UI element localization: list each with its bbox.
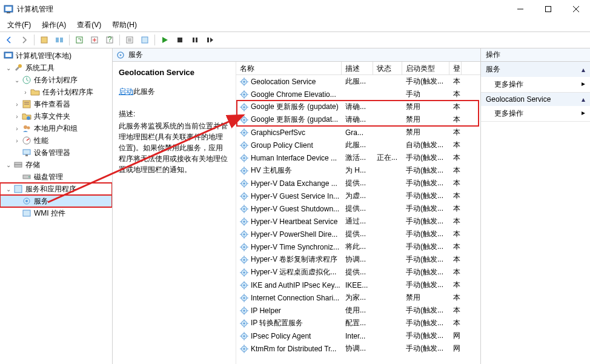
svg-point-47 [244, 81, 245, 82]
list-header: 名称 描述 状态 启动类型 登 [236, 62, 480, 75]
titlebar: 计算机管理 [0, 0, 590, 18]
menu-view[interactable]: 查看(V) [72, 19, 106, 31]
service-row[interactable]: IP 转换配置服务配置...手动(触发...本 [236, 317, 480, 329]
service-name: IP Helper [251, 306, 281, 315]
service-row[interactable]: HV 主机服务为 H...手动(触发...本 [236, 164, 480, 177]
tb-help-button[interactable]: ? [103, 33, 116, 47]
action-section-selected[interactable]: Geolocation Service ▴ [481, 93, 590, 106]
svg-rect-37 [15, 165, 22, 167]
service-name: Google 更新服务 (gupdat... [251, 114, 338, 125]
performance-icon [22, 136, 31, 145]
service-row[interactable]: Hyper-V Time Synchroniz...将此...手动(触发...本 [236, 240, 480, 253]
col-startup[interactable]: 启动类型 [402, 62, 449, 74]
service-row[interactable]: Human Interface Device ...激活...正在...手动(触… [236, 151, 480, 164]
service-row[interactable]: Hyper-V PowerShell Dire...提供...手动(触发...本 [236, 228, 480, 240]
tb-export-button[interactable] [88, 33, 101, 47]
service-row[interactable]: Internet Connection Shari...为家...禁用本 [236, 291, 480, 304]
service-name: Hyper-V Heartbeat Service [251, 217, 337, 226]
service-startup: 手动(触发... [402, 254, 449, 265]
tree-event-viewer[interactable]: › 事件查看器 [0, 98, 112, 110]
tree-sys-tools[interactable]: ⌄ 系统工具 [0, 62, 112, 74]
service-row[interactable]: Google Chrome Elevatio...手动本 [236, 88, 480, 101]
tree-wmi[interactable]: WMI 控件 [0, 207, 112, 219]
service-startup: 自动(触发... [402, 140, 449, 150]
service-name: Human Interface Device ... [251, 154, 337, 162]
tree-storage[interactable]: ⌄ 存储 [0, 159, 112, 171]
expand-icon[interactable]: ⌄ [13, 77, 21, 84]
tree-performance[interactable]: › 性能 [0, 134, 112, 147]
service-row[interactable]: Hyper-V Data Exchange ...提供...手动(触发...本 [236, 177, 480, 190]
tb-refresh-button[interactable] [73, 33, 86, 47]
close-button[interactable] [562, 0, 590, 18]
action-section-services[interactable]: 服务 ▴ [481, 62, 590, 77]
expand-icon[interactable]: › [13, 101, 21, 108]
start-link[interactable]: 启动 [119, 87, 133, 96]
service-row[interactable]: Hyper-V Heartbeat Service通过...手动(触发...本 [236, 215, 480, 228]
tb-icon-1[interactable] [38, 33, 51, 47]
action-more-2[interactable]: 更多操作 ▸ [481, 106, 590, 121]
service-row[interactable]: Hyper-V 卷影复制请求程序协调...手动(触发...本 [236, 253, 480, 266]
expand-icon[interactable]: › [13, 113, 21, 120]
service-startup: 手动(触发... [402, 165, 449, 176]
action-more-1[interactable]: 更多操作 ▸ [481, 77, 590, 92]
menu-action[interactable]: 操作(A) [37, 19, 71, 31]
tree-device-manager[interactable]: 设备管理器 [0, 147, 112, 159]
service-row[interactable]: Geolocation Service此服...手动(触发...本 [236, 75, 480, 88]
tree-disk-management[interactable]: 磁盘管理 [0, 171, 112, 183]
minimize-button[interactable] [506, 0, 534, 18]
expand-icon[interactable]: ⌄ [5, 186, 12, 193]
expand-icon[interactable]: ⌄ [5, 65, 12, 71]
tree-services[interactable]: 服务 [0, 195, 112, 207]
service-desc: 通过... [342, 216, 373, 227]
service-row[interactable]: IKE and AuthIP IPsec Key...IKEE...手动(触发.… [236, 279, 480, 291]
tb-icon-2[interactable] [53, 33, 66, 47]
tree-root[interactable]: 计算机管理(本地) [0, 50, 112, 62]
stop-service-button[interactable] [173, 33, 187, 47]
expand-icon[interactable]: › [13, 137, 21, 144]
restart-service-button[interactable] [204, 33, 217, 47]
pause-service-button[interactable] [188, 33, 202, 47]
service-row[interactable]: Hyper-V 远程桌面虚拟化...提供...手动(触发...本 [236, 266, 480, 279]
service-row[interactable]: Group Policy Client此服...自动(触发...本 [236, 139, 480, 151]
forward-button[interactable] [18, 33, 31, 47]
svg-point-107 [244, 208, 245, 210]
services-apps-icon [13, 184, 23, 194]
service-row[interactable]: IPsec Policy AgentInter...手动(触发...网 [236, 329, 480, 342]
col-logon[interactable]: 登 [449, 62, 462, 74]
tb-properties-button[interactable] [123, 33, 136, 47]
service-row[interactable]: IP Helper使用...手动(触发...本 [236, 304, 480, 317]
back-button[interactable] [2, 33, 16, 47]
expand-icon[interactable]: › [13, 125, 21, 132]
service-row[interactable]: KtmRm for Distributed Tr...协调...手动(触发...… [236, 342, 480, 355]
start-service-button[interactable] [158, 33, 171, 47]
tb-icon-3[interactable] [138, 33, 151, 47]
service-desc: 提供... [342, 204, 373, 214]
tree-task-library[interactable]: › 任务计划程序库 [0, 86, 112, 98]
menu-help[interactable]: 帮助(H) [107, 19, 142, 31]
selected-service-name: Geolocation Service [119, 68, 230, 77]
maximize-button[interactable] [534, 0, 562, 18]
service-startup: 禁用 [402, 127, 449, 137]
col-status[interactable]: 状态 [373, 62, 402, 74]
tree-services-apps[interactable]: ⌄ 服务和应用程序 [0, 183, 112, 195]
service-name: Geolocation Service [251, 78, 316, 86]
col-desc[interactable]: 描述 [342, 62, 373, 74]
tree-shared-folders[interactable]: › 共享文件夹 [0, 110, 112, 122]
service-row[interactable]: Google 更新服务 (gupdat...请确...禁用本 [236, 113, 480, 126]
svg-rect-20 [193, 38, 194, 42]
service-row[interactable]: GraphicsPerfSvcGra...禁用本 [236, 126, 480, 139]
service-row[interactable]: Google 更新服务 (gupdate)请确...禁用本 [236, 101, 480, 113]
service-row[interactable]: Hyper-V Guest Service In...为虚...手动(触发...… [236, 190, 480, 202]
center-pane: 服务 Geolocation Service 启动此服务 描述: 此服务将监视系… [113, 48, 481, 364]
col-name[interactable]: 名称 [236, 62, 342, 74]
service-detail: Geolocation Service 启动此服务 描述: 此服务将监视系统的当… [113, 62, 236, 364]
tree-local-users[interactable]: › 本地用户和组 [0, 122, 112, 134]
list-body[interactable]: Geolocation Service此服...手动(触发...本Google … [236, 75, 480, 364]
service-name: Google Chrome Elevatio... [251, 90, 336, 99]
gear-icon [240, 294, 248, 302]
menu-file[interactable]: 文件(F) [2, 19, 36, 31]
expand-icon[interactable]: ⌄ [5, 162, 12, 168]
service-row[interactable]: Hyper-V Guest Shutdown...提供...手动(触发...本 [236, 202, 480, 215]
expand-icon[interactable]: › [22, 89, 29, 96]
tree-task-scheduler[interactable]: ⌄ 任务计划程序 [0, 74, 112, 86]
